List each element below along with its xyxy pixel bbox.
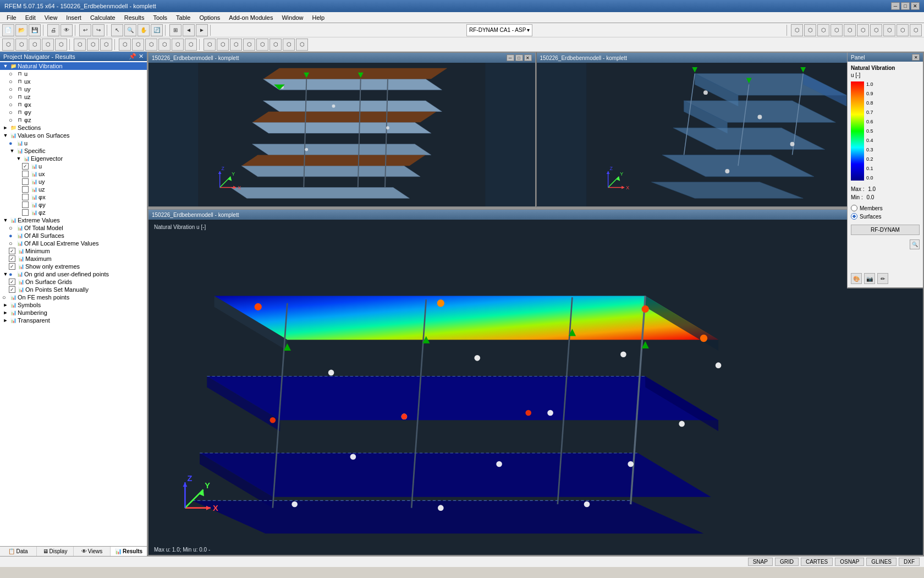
menu-results[interactable]: Results	[120, 13, 149, 22]
tb-b9[interactable]: ⬡	[897, 24, 909, 36]
cb-e-phiy[interactable]	[22, 201, 29, 208]
tree-e-u[interactable]: 📊 u	[0, 162, 147, 170]
panel-radio-surfaces[interactable]: Surfaces	[851, 213, 920, 220]
tree-eigenvector[interactable]: ▼ 📊 Eigenvector	[0, 155, 147, 162]
tb2-b3[interactable]: ⬡	[29, 39, 41, 51]
expand-specific[interactable]: ▼	[9, 148, 15, 154]
nav-tab-views[interactable]: 👁 Views	[74, 547, 111, 556]
maximize-button[interactable]: □	[901, 2, 910, 10]
vp-tl-min[interactable]: ─	[507, 54, 514, 61]
tree-numbering[interactable]: ► 📊 Numbering	[0, 309, 147, 317]
tb-save[interactable]: 💾	[29, 24, 41, 36]
tree-e-phiy[interactable]: 📊 φy	[0, 201, 147, 209]
expand-numbering[interactable]: ►	[2, 310, 9, 315]
panel-edit-icon[interactable]: ✏	[877, 273, 888, 284]
tree-symbols[interactable]: ► 📊 Symbols	[0, 301, 147, 309]
menu-insert[interactable]: Insert	[62, 13, 86, 22]
tb2-b2[interactable]: ⬡	[15, 39, 28, 51]
tb-preview[interactable]: 👁	[61, 24, 73, 36]
tb2-b7[interactable]: ⬡	[87, 39, 99, 51]
tb2-b16[interactable]: ⬡	[217, 39, 229, 51]
tb-b7[interactable]: ⬡	[870, 24, 882, 36]
cb-e-u[interactable]	[22, 163, 29, 170]
nav-tab-results[interactable]: 📊 Results	[111, 547, 147, 556]
tb2-b4[interactable]: ⬡	[42, 39, 54, 51]
radio-members-btn[interactable]	[851, 205, 857, 211]
radio-surfaces-btn[interactable]	[851, 213, 857, 220]
tb-select[interactable]: ↖	[111, 24, 123, 36]
panel-color-icon[interactable]: 🎨	[851, 273, 862, 284]
menu-edit[interactable]: Edit	[21, 13, 40, 22]
tb-prev[interactable]: ◄	[183, 24, 195, 36]
load-case-dropdown[interactable]: RF-DYNAM CA1 - ASP ▾	[466, 24, 532, 36]
cb-surface-grids[interactable]	[9, 279, 15, 285]
menu-calculate[interactable]: Calculate	[86, 13, 120, 22]
expand-extreme[interactable]: ▼	[2, 217, 9, 223]
tb2-b1[interactable]: ⬡	[2, 39, 14, 51]
panel-close-button[interactable]: ✕	[912, 54, 920, 61]
viewport-bottom[interactable]: 150226_Erdbebenmodell - komplett ─ □ ✕ N…	[147, 209, 924, 556]
tree-sections[interactable]: ► 📁 Sections	[0, 124, 147, 132]
tree-v-u[interactable]: ● 📊 u	[0, 139, 147, 147]
menu-view[interactable]: View	[40, 13, 62, 22]
tree-grid-points[interactable]: ▼ ● 📊 On grid and user-defined points	[0, 270, 147, 278]
tb-fit[interactable]: ⊞	[169, 24, 182, 36]
tb2-b9[interactable]: ⬡	[119, 39, 131, 51]
expand-grid[interactable]: ▼	[2, 271, 9, 277]
tree-all-surfaces[interactable]: ● 📊 Of All Surfaces	[0, 232, 147, 239]
osnap-button[interactable]: OSNAP	[835, 558, 864, 566]
nav-tab-data[interactable]: 📋 Data	[0, 547, 37, 556]
expand-sections[interactable]: ►	[2, 125, 9, 130]
tree-uz[interactable]: ○ Π uz	[0, 93, 147, 101]
minimize-button[interactable]: ─	[891, 2, 900, 10]
tree-extreme[interactable]: ▼ 📊 Extreme Values	[0, 216, 147, 224]
cb-points-manually[interactable]	[9, 286, 15, 293]
tb-open[interactable]: 📂	[15, 24, 28, 36]
tb2-b15[interactable]: ⬡	[204, 39, 216, 51]
nav-tab-display[interactable]: 🖥 Display	[37, 547, 74, 556]
tree-total-model[interactable]: ○ 📊 Of Total Model	[0, 224, 147, 232]
tree-phiy[interactable]: ○ Π φy	[0, 108, 147, 116]
cb-e-uy[interactable]	[22, 178, 29, 185]
tree-specific[interactable]: ▼ 📊 Specific	[0, 147, 147, 155]
tb2-b12[interactable]: ⬡	[158, 39, 170, 51]
tree-e-ux[interactable]: 📊 ux	[0, 170, 147, 178]
tb2-b17[interactable]: ⬡	[230, 39, 242, 51]
tree-e-phix[interactable]: 📊 φx	[0, 193, 147, 201]
menu-help[interactable]: Help	[308, 13, 329, 22]
nav-close[interactable]: ✕	[139, 53, 144, 60]
menu-file[interactable]: File	[2, 13, 21, 22]
tree-phiz[interactable]: ○ Π φz	[0, 116, 147, 124]
menu-table[interactable]: Table	[172, 13, 195, 22]
tree-e-phiz[interactable]: 📊 φz	[0, 209, 147, 216]
nav-pin[interactable]: 📌	[129, 53, 136, 60]
tree-uy[interactable]: ○ Π uy	[0, 85, 147, 93]
tb2-b11[interactable]: ⬡	[145, 39, 157, 51]
vp-tl-close[interactable]: ✕	[524, 54, 532, 61]
tb2-b13[interactable]: ⬡	[172, 39, 184, 51]
expand-transparent[interactable]: ►	[2, 318, 9, 323]
tree-transparent[interactable]: ► 📊 Transparent	[0, 317, 147, 324]
tb-b3[interactable]: ⬡	[817, 24, 829, 36]
dxf-button[interactable]: DXF	[899, 558, 920, 566]
glines-button[interactable]: GLINES	[866, 558, 897, 566]
tb2-b8[interactable]: ⬡	[100, 39, 112, 51]
tb-pan[interactable]: ✋	[138, 24, 150, 36]
menu-tools[interactable]: Tools	[148, 13, 172, 22]
panel-radio-members[interactable]: Members	[851, 205, 920, 211]
tree-surface-grids[interactable]: 📊 On Surface Grids	[0, 278, 147, 286]
tb-b8[interactable]: ⬡	[883, 24, 895, 36]
tb2-b5[interactable]: ⬡	[55, 39, 67, 51]
tb2-b14[interactable]: ⬡	[185, 39, 197, 51]
panel-zoom-btn[interactable]: 🔍	[910, 239, 920, 249]
expand-symbols[interactable]: ►	[2, 302, 9, 308]
tb2-b18[interactable]: ⬡	[243, 39, 255, 51]
tree-ux[interactable]: ○ Π ux	[0, 78, 147, 85]
tree-u[interactable]: ○ Π u	[0, 70, 147, 78]
tree-minimum[interactable]: 📊 Minimum	[0, 247, 147, 255]
cb-e-phiz[interactable]	[22, 209, 29, 216]
tree-natural-vibration[interactable]: ▼ 📁 Natural Vibration	[0, 62, 147, 70]
tb2-b21[interactable]: ⬡	[283, 39, 295, 51]
tb-b10[interactable]: ⬡	[910, 24, 922, 36]
cartes-button[interactable]: CARTES	[801, 558, 833, 566]
